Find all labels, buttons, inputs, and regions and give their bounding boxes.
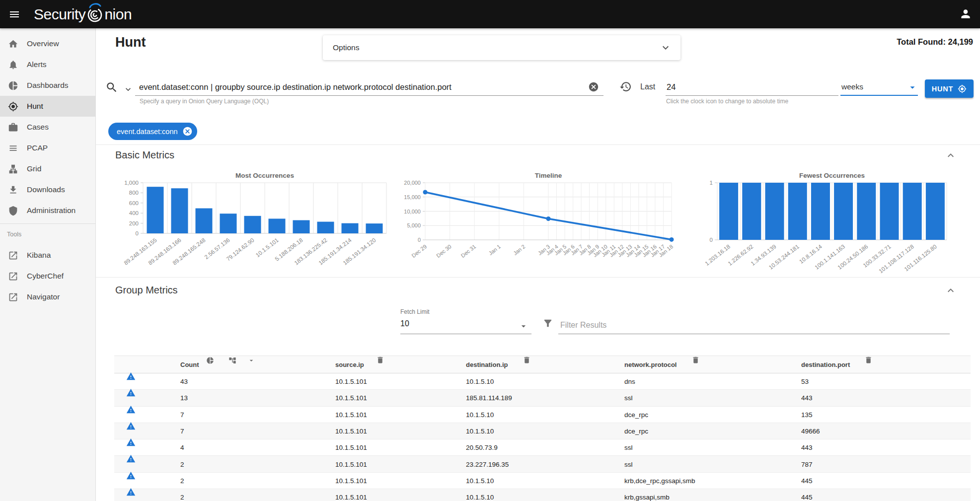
- pie-chart-icon[interactable]: [206, 357, 214, 364]
- column-menu-caret-icon[interactable]: [247, 357, 255, 364]
- cell-source.ip[interactable]: 10.1.5.101: [335, 444, 367, 451]
- chevron-down-icon[interactable]: [660, 42, 672, 54]
- cell-Count[interactable]: 13: [180, 394, 188, 402]
- cell-source.ip[interactable]: 10.1.5.101: [335, 460, 367, 468]
- cell-destination.port[interactable]: 445: [801, 494, 813, 501]
- table-row[interactable]: 1310.1.5.101185.81.114.189ssl443: [114, 390, 971, 406]
- caret-down-icon[interactable]: [907, 82, 918, 95]
- collapse-group-metrics-icon[interactable]: [945, 285, 957, 296]
- menu-icon[interactable]: [8, 8, 20, 20]
- cell-source.ip[interactable]: 10.1.5.101: [335, 428, 367, 435]
- table-row[interactable]: 710.1.5.10110.1.5.10dce_rpc49666: [114, 423, 971, 439]
- table-row[interactable]: 210.1.5.10110.1.5.10krb,dce_rpc,gssapi,s…: [114, 473, 971, 489]
- duration-input[interactable]: [666, 82, 838, 95]
- cell-destination.port[interactable]: 787: [801, 460, 813, 468]
- cell-network.protocol[interactable]: ssl: [624, 460, 633, 468]
- cell-destination.port[interactable]: 443: [801, 444, 813, 451]
- column-header-destination.ip[interactable]: destination.ip: [466, 361, 508, 368]
- row-warning-icon[interactable]: [126, 421, 136, 430]
- cell-source.ip[interactable]: 10.1.5.101: [335, 394, 367, 402]
- remove-column-icon[interactable]: [376, 356, 384, 364]
- remove-column-icon[interactable]: [691, 356, 700, 364]
- timeline-chart[interactable]: Timeline05,00010,00015,00020,000Dec 29De…: [392, 170, 679, 278]
- cell-Count[interactable]: 2: [180, 477, 184, 484]
- filter-chip[interactable]: event.dataset:conn: [108, 123, 197, 140]
- cell-network.protocol[interactable]: dns: [624, 378, 635, 385]
- sidebar-item-cases[interactable]: Cases: [0, 117, 95, 138]
- table-row[interactable]: 4310.1.5.10110.1.5.10dns53: [114, 373, 971, 390]
- remove-column-icon[interactable]: [864, 356, 873, 364]
- fewest-occurrences-chart[interactable]: Fewest Occurrences011.203.16.181.226.62.…: [705, 170, 980, 278]
- cell-source.ip[interactable]: 10.1.5.101: [335, 411, 367, 418]
- cell-network.protocol[interactable]: krb,dce_rpc,gssapi,smb: [624, 477, 695, 484]
- cell-Count[interactable]: 7: [180, 411, 184, 418]
- query-history-chevron-icon[interactable]: [123, 84, 133, 94]
- hunt-button[interactable]: HUNT: [925, 79, 974, 98]
- most-occurrences-chart[interactable]: Most Occurrences02004006008001,00089.248…: [115, 170, 393, 275]
- row-warning-icon[interactable]: [126, 405, 136, 414]
- sidebar-item-hunt[interactable]: Hunt: [0, 96, 95, 117]
- collapse-basic-metrics-icon[interactable]: [945, 149, 957, 161]
- cell-Count[interactable]: 2: [180, 494, 184, 501]
- group-visual-icon[interactable]: [228, 357, 236, 364]
- sidebar-item-grid[interactable]: Grid: [0, 158, 95, 179]
- row-warning-icon[interactable]: [126, 372, 136, 381]
- sidebar-tool-kibana[interactable]: Kibana: [0, 245, 95, 266]
- cell-destination.ip[interactable]: 10.1.5.10: [466, 411, 494, 418]
- caret-down-icon[interactable]: [519, 321, 528, 331]
- sidebar-item-overview[interactable]: Overview: [0, 33, 95, 54]
- column-header-count[interactable]: Count: [180, 361, 199, 368]
- options-expander[interactable]: Options: [323, 35, 680, 60]
- cell-Count[interactable]: 7: [180, 428, 184, 435]
- table-row[interactable]: 410.1.5.10120.50.73.9ssl443: [114, 439, 971, 456]
- cell-destination.port[interactable]: 135: [801, 411, 813, 418]
- search-icon[interactable]: [105, 81, 118, 94]
- cell-source.ip[interactable]: 10.1.5.101: [335, 378, 367, 385]
- sidebar-tool-cyberchef[interactable]: CyberChef: [0, 266, 95, 286]
- cell-destination.ip[interactable]: 20.50.73.9: [466, 444, 498, 451]
- row-warning-icon[interactable]: [126, 454, 136, 464]
- table-row[interactable]: 210.1.5.10110.1.5.10krb,gssapi,smb445: [114, 489, 971, 501]
- cell-Count[interactable]: 2: [180, 460, 184, 468]
- table-row[interactable]: 710.1.5.10110.1.5.10dce_rpc135: [114, 407, 971, 423]
- cell-destination.ip[interactable]: 23.227.196.35: [466, 460, 509, 468]
- sidebar-item-administration[interactable]: Administration: [0, 200, 95, 221]
- remove-column-icon[interactable]: [523, 356, 531, 364]
- cell-network.protocol[interactable]: dce_rpc: [624, 428, 648, 435]
- sidebar-item-pcap[interactable]: PCAP: [0, 138, 95, 158]
- column-header-source.ip[interactable]: source.ip: [335, 361, 364, 368]
- cell-destination.ip[interactable]: 10.1.5.10: [466, 378, 494, 385]
- clear-query-icon[interactable]: [588, 81, 599, 92]
- duration-units-select[interactable]: weeks: [840, 78, 918, 96]
- cell-network.protocol[interactable]: ssl: [624, 444, 633, 451]
- row-warning-icon[interactable]: [126, 471, 136, 480]
- row-warning-icon[interactable]: [126, 388, 136, 398]
- sidebar-item-downloads[interactable]: Downloads: [0, 179, 95, 200]
- sidebar-item-alerts[interactable]: Alerts: [0, 54, 95, 75]
- row-warning-icon[interactable]: [126, 438, 136, 447]
- cell-network.protocol[interactable]: dce_rpc: [624, 411, 648, 418]
- cell-network.protocol[interactable]: krb,gssapi,smb: [624, 494, 670, 501]
- filter-results-input[interactable]: [558, 321, 950, 334]
- cell-Count[interactable]: 4: [180, 444, 184, 451]
- column-header-network.protocol[interactable]: network.protocol: [624, 361, 677, 368]
- cell-destination.port[interactable]: 49666: [801, 428, 820, 435]
- sidebar-item-dashboards[interactable]: Dashboards: [0, 75, 95, 96]
- sidebar-tool-navigator[interactable]: Navigator: [0, 286, 95, 307]
- cell-source.ip[interactable]: 10.1.5.101: [335, 494, 367, 501]
- cell-destination.ip[interactable]: 10.1.5.10: [466, 477, 494, 484]
- remove-filter-icon[interactable]: [182, 126, 193, 137]
- cell-destination.port[interactable]: 53: [801, 378, 809, 385]
- user-account-icon[interactable]: [959, 7, 972, 20]
- query-input[interactable]: [135, 82, 603, 95]
- column-header-destination.port[interactable]: destination.port: [801, 361, 850, 368]
- cell-destination.port[interactable]: 445: [801, 477, 813, 484]
- cell-source.ip[interactable]: 10.1.5.101: [335, 477, 367, 484]
- cell-Count[interactable]: 43: [180, 378, 188, 385]
- table-row[interactable]: 210.1.5.10123.227.196.35ssl787: [114, 456, 971, 472]
- cell-destination.ip[interactable]: 10.1.5.10: [466, 494, 494, 501]
- row-warning-icon[interactable]: [126, 488, 136, 497]
- cell-network.protocol[interactable]: ssl: [624, 394, 633, 402]
- cell-destination.port[interactable]: 443: [801, 394, 813, 402]
- fetch-limit-select[interactable]: 10: [400, 319, 409, 328]
